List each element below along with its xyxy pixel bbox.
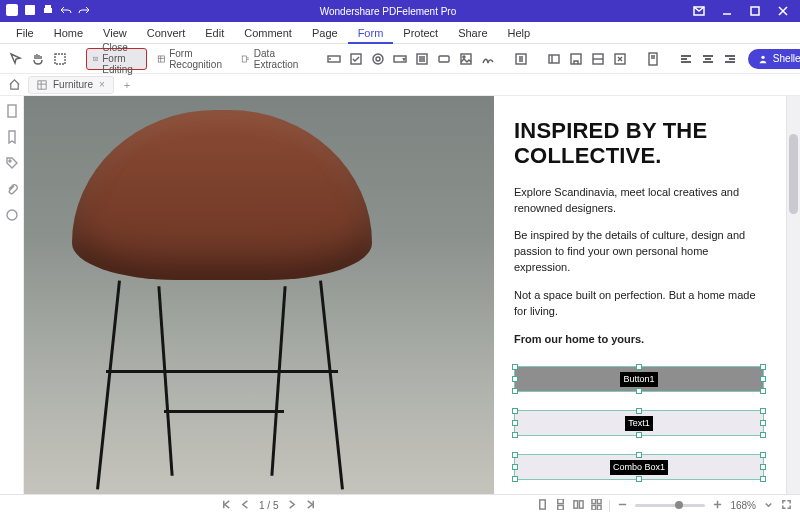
list-icon[interactable]	[412, 49, 432, 69]
menu-comment[interactable]: Comment	[234, 22, 302, 44]
prev-page-icon[interactable]	[240, 499, 251, 512]
zoom-slider[interactable]	[635, 504, 705, 507]
tool5-icon[interactable]	[544, 49, 564, 69]
tool7-icon[interactable]	[588, 49, 608, 69]
scroll-thumb[interactable]	[789, 134, 798, 214]
radio-icon[interactable]	[368, 49, 388, 69]
svg-rect-38	[592, 505, 596, 510]
svg-rect-9	[158, 55, 164, 61]
title-bar: Wondershare PDFelement Pro	[0, 0, 800, 22]
fullscreen-icon[interactable]	[781, 499, 792, 512]
first-page-icon[interactable]	[221, 499, 232, 512]
menu-help[interactable]: Help	[498, 22, 541, 44]
minimize-button[interactable]	[714, 0, 740, 22]
button-field-icon[interactable]	[434, 49, 454, 69]
align-right-icon[interactable]	[720, 49, 740, 69]
undo-icon[interactable]	[60, 4, 72, 18]
select-tool-icon[interactable]	[6, 49, 26, 69]
combo-icon[interactable]	[390, 49, 410, 69]
menu-view[interactable]: View	[93, 22, 137, 44]
document-tab[interactable]: Furniture ×	[28, 76, 114, 94]
next-page-icon[interactable]	[286, 499, 297, 512]
svg-point-30	[7, 210, 17, 220]
user-chip[interactable]: Shelley	[748, 49, 800, 69]
thumbnails-icon[interactable]	[5, 104, 19, 120]
zoom-in-icon[interactable]	[712, 499, 723, 512]
form-field-label: Text1	[625, 416, 653, 431]
menu-share[interactable]: Share	[448, 22, 497, 44]
continuous-view-icon[interactable]	[555, 499, 566, 512]
document-text: INSPIRED BY THE COLLECTIVE. Explore Scan…	[494, 96, 786, 494]
menu-bar: File Home View Convert Edit Comment Page…	[0, 22, 800, 44]
print-icon[interactable]	[42, 4, 54, 18]
checkbox-icon[interactable]	[346, 49, 366, 69]
single-page-view-icon[interactable]	[537, 499, 548, 512]
form-combo-field[interactable]: Combo Box1	[514, 454, 764, 480]
menu-edit[interactable]: Edit	[195, 22, 234, 44]
save-icon[interactable]	[24, 4, 36, 18]
svg-rect-7	[55, 54, 65, 64]
document-canvas[interactable]: INSPIRED BY THE COLLECTIVE. Explore Scan…	[24, 96, 786, 494]
svg-point-14	[376, 57, 380, 61]
svg-rect-18	[461, 54, 471, 64]
two-page-view-icon[interactable]	[573, 499, 584, 512]
vertical-scrollbar[interactable]	[786, 96, 800, 494]
page-indicator: 1 / 5	[259, 500, 278, 511]
attachments-icon[interactable]	[5, 182, 19, 198]
mail-icon[interactable]	[686, 0, 712, 22]
form-button-field[interactable]: Button1	[514, 366, 764, 392]
align-center-icon[interactable]	[698, 49, 718, 69]
zoom-dropdown-icon[interactable]	[763, 499, 774, 512]
svg-rect-6	[751, 7, 759, 15]
hand-tool-icon[interactable]	[28, 49, 48, 69]
app-title: Wondershare PDFelement Pro	[90, 6, 686, 17]
last-page-icon[interactable]	[305, 499, 316, 512]
svg-rect-36	[592, 499, 596, 504]
quick-access	[0, 4, 90, 18]
form-field-label: Combo Box1	[610, 460, 668, 475]
menu-page[interactable]: Page	[302, 22, 348, 44]
data-extraction-button[interactable]: Data Extraction	[235, 48, 307, 70]
tag-icon[interactable]	[5, 156, 19, 172]
form-text-field[interactable]: Text1	[514, 410, 764, 436]
doc-paragraph: Explore Scandinavia, meet local creative…	[514, 185, 764, 217]
menu-protect[interactable]: Protect	[393, 22, 448, 44]
comments-icon[interactable]	[5, 208, 19, 224]
align-left-icon[interactable]	[676, 49, 696, 69]
bookmarks-icon[interactable]	[5, 130, 19, 146]
menu-form[interactable]: Form	[348, 22, 394, 44]
home-icon[interactable]	[6, 77, 22, 93]
two-continuous-view-icon[interactable]	[591, 499, 602, 512]
zoom-value[interactable]: 168%	[730, 500, 756, 511]
zoom-out-icon[interactable]	[617, 499, 628, 512]
close-tab-icon[interactable]: ×	[99, 79, 105, 90]
tool8-icon[interactable]	[610, 49, 630, 69]
doc-tagline: From our home to yours.	[514, 332, 764, 348]
text-field-icon[interactable]	[324, 49, 344, 69]
close-form-editing-button[interactable]: Close Form Editing	[86, 48, 147, 70]
image-field-icon[interactable]	[456, 49, 476, 69]
redo-icon[interactable]	[78, 4, 90, 18]
form-properties-icon[interactable]	[514, 49, 528, 69]
form-recognition-button[interactable]: Form Recognition	[151, 48, 232, 70]
tool6-icon[interactable]	[566, 49, 586, 69]
svg-point-13	[373, 54, 383, 64]
window-controls	[686, 0, 800, 22]
menu-home[interactable]: Home	[44, 22, 93, 44]
page-template-icon[interactable]	[646, 49, 660, 69]
add-tab-button[interactable]: +	[120, 79, 134, 91]
menu-file[interactable]: File	[6, 22, 44, 44]
menu-convert[interactable]: Convert	[137, 22, 196, 44]
main-area: INSPIRED BY THE COLLECTIVE. Explore Scan…	[0, 96, 800, 494]
close-button[interactable]	[770, 0, 796, 22]
signature-icon[interactable]	[478, 49, 498, 69]
edit-selection-icon[interactable]	[50, 49, 70, 69]
svg-rect-31	[540, 500, 546, 509]
svg-rect-22	[571, 54, 581, 64]
svg-rect-27	[38, 80, 46, 88]
table-icon	[37, 80, 47, 90]
maximize-button[interactable]	[742, 0, 768, 22]
svg-rect-28	[8, 105, 16, 117]
svg-rect-17	[439, 56, 449, 62]
document-image	[24, 96, 494, 494]
